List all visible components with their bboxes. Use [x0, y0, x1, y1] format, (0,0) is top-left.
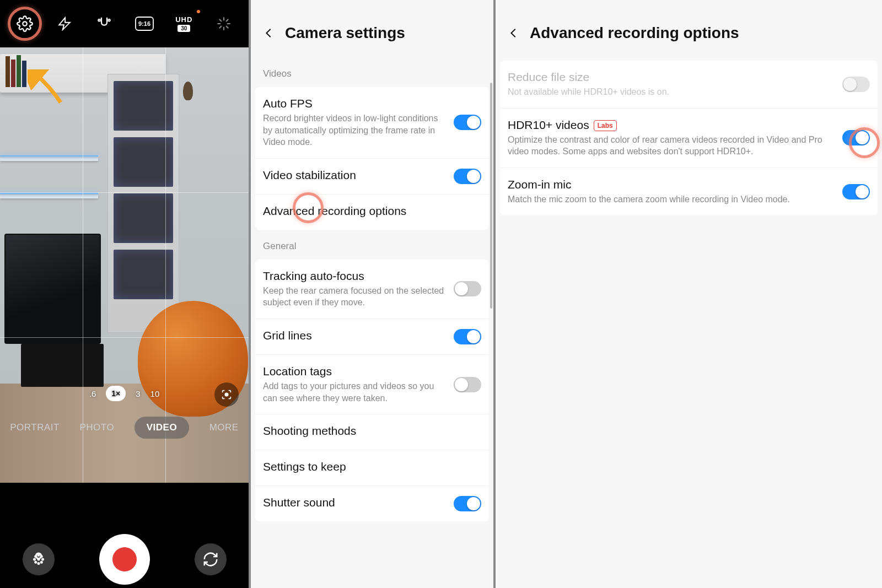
mode-photo[interactable]: PHOTO — [80, 422, 115, 433]
labs-badge: Labs — [594, 120, 617, 131]
settings-header: Advanced recording options — [496, 0, 882, 57]
mode-portrait[interactable]: PORTRAIT — [10, 422, 60, 433]
mode-more[interactable]: MORE — [209, 422, 239, 433]
video-settings-card: Auto FPS Record brighter videos in low-l… — [255, 87, 489, 230]
svg-point-0 — [23, 21, 27, 26]
focus-enhancer-icon[interactable] — [214, 382, 239, 407]
resolution-icon[interactable]: UHD 30 — [171, 11, 197, 36]
setting-title: Advanced recording options — [263, 204, 481, 218]
svg-marker-1 — [59, 18, 70, 30]
svg-point-13 — [40, 560, 42, 563]
setting-title: Tracking auto-focus — [263, 269, 446, 283]
page-title: Camera settings — [285, 24, 405, 42]
notification-dot-icon — [197, 10, 200, 13]
toggle-tracking-af[interactable] — [454, 281, 481, 296]
zoom-selector[interactable]: .6 1× 3 10 — [0, 386, 249, 401]
toggle-location[interactable] — [454, 377, 481, 392]
setting-tracking-af[interactable]: Tracking auto-focus Keep the rear camera… — [255, 260, 489, 319]
setting-title: Auto FPS — [263, 97, 446, 110]
scrollbar[interactable] — [490, 83, 492, 309]
section-label-videos: Videos — [251, 57, 493, 87]
setting-zoom-in-mic[interactable]: Zoom-in mic Match the mic zoom to the ca… — [500, 168, 878, 215]
gallery-button[interactable] — [23, 543, 55, 575]
toggle-reduce-file-size — [842, 77, 870, 92]
setting-title: Video stabilization — [263, 169, 446, 182]
mode-video-selected[interactable]: VIDEO — [135, 417, 189, 439]
zoom-level[interactable]: .6 — [89, 389, 96, 398]
toggle-zoom-mic[interactable] — [842, 184, 870, 199]
advanced-settings-card: Reduce file size Not available while HDR… — [500, 61, 878, 215]
back-button[interactable] — [508, 27, 520, 39]
camera-viewfinder-panel: 9:16 UHD 30 — [0, 0, 249, 588]
svg-point-12 — [34, 560, 37, 563]
svg-point-6 — [33, 558, 36, 560]
camera-settings-panel: Camera settings Videos Auto FPS Record b… — [251, 0, 493, 588]
svg-text:9:16: 9:16 — [138, 20, 150, 27]
setting-title: HDR10+ videosLabs — [508, 118, 835, 132]
svg-point-9 — [37, 562, 40, 565]
back-button[interactable] — [263, 27, 275, 39]
zoom-level-active[interactable]: 1× — [106, 386, 126, 401]
setting-grid-lines[interactable]: Grid lines — [255, 319, 489, 355]
switch-camera-button[interactable] — [195, 543, 227, 575]
toggle-stabilization[interactable] — [454, 169, 481, 184]
setting-title: Shutter sound — [263, 496, 446, 509]
setting-desc: Match the mic zoom to the camera zoom wh… — [508, 193, 835, 206]
section-label-general: General — [251, 230, 493, 260]
setting-shooting-methods[interactable]: Shooting methods — [255, 414, 489, 450]
svg-point-10 — [34, 555, 37, 558]
svg-point-11 — [40, 555, 42, 558]
effects-icon[interactable] — [211, 11, 236, 36]
setting-title: Reduce file size — [508, 71, 835, 84]
resolution-label: UHD — [175, 15, 192, 24]
setting-title: Grid lines — [263, 329, 446, 342]
general-settings-card: Tracking auto-focus Keep the rear camera… — [255, 260, 489, 521]
svg-point-4 — [225, 393, 228, 396]
setting-desc: Add tags to your pictures and videos so … — [263, 380, 446, 404]
setting-auto-fps[interactable]: Auto FPS Record brighter videos in low-l… — [255, 87, 489, 159]
setting-advanced-recording[interactable]: Advanced recording options — [255, 195, 489, 230]
setting-reduce-file-size: Reduce file size Not available while HDR… — [500, 61, 878, 109]
setting-location-tags[interactable]: Location tags Add tags to your pictures … — [255, 355, 489, 414]
super-steady-icon[interactable] — [92, 11, 117, 36]
gridline — [0, 192, 249, 193]
camera-preview[interactable]: .6 1× 3 10 PORTRAIT PHOTO VIDEO MORE — [0, 47, 249, 483]
gridline — [0, 337, 249, 338]
setting-shutter-sound[interactable]: Shutter sound — [255, 486, 489, 521]
svg-point-8 — [37, 554, 40, 557]
setting-settings-to-keep[interactable]: Settings to keep — [255, 450, 489, 486]
toggle-shutter-sound[interactable] — [454, 496, 481, 511]
svg-point-5 — [37, 558, 40, 560]
settings-header: Camera settings — [251, 0, 493, 57]
page-title: Advanced recording options — [530, 24, 739, 42]
advanced-recording-panel: Advanced recording options Reduce file s… — [496, 0, 882, 588]
flash-icon[interactable] — [52, 11, 77, 36]
setting-desc: Not available while HDR10+ videos is on. — [508, 86, 835, 98]
camera-top-toolbar: 9:16 UHD 30 — [0, 0, 249, 47]
setting-title: Settings to keep — [263, 460, 481, 473]
mode-selector[interactable]: PORTRAIT PHOTO VIDEO MORE — [0, 417, 249, 439]
setting-video-stabilization[interactable]: Video stabilization — [255, 159, 489, 195]
record-icon — [112, 547, 137, 571]
setting-desc: Keep the rear camera focused on the sele… — [263, 285, 446, 309]
zoom-level[interactable]: 3 — [136, 389, 140, 398]
camera-bottom-bar — [0, 530, 249, 588]
fps-label: 30 — [178, 25, 190, 32]
toggle-auto-fps[interactable] — [454, 115, 481, 130]
aspect-ratio-icon[interactable]: 9:16 — [132, 11, 157, 36]
setting-desc: Record brighter videos in low-light cond… — [263, 112, 446, 148]
zoom-level[interactable]: 10 — [150, 389, 160, 398]
setting-title: Zoom-in mic — [508, 178, 835, 191]
shutter-button[interactable] — [99, 534, 150, 585]
svg-point-7 — [41, 558, 44, 560]
setting-title: Location tags — [263, 365, 446, 378]
toggle-grid-lines[interactable] — [454, 329, 481, 344]
setting-title: Shooting methods — [263, 424, 481, 438]
setting-desc: Optimize the contrast and color of rear … — [508, 134, 835, 158]
setting-hdr10[interactable]: HDR10+ videosLabs Optimize the contrast … — [500, 109, 878, 168]
settings-gear-icon[interactable] — [12, 11, 37, 36]
toggle-hdr10[interactable] — [842, 130, 870, 145]
